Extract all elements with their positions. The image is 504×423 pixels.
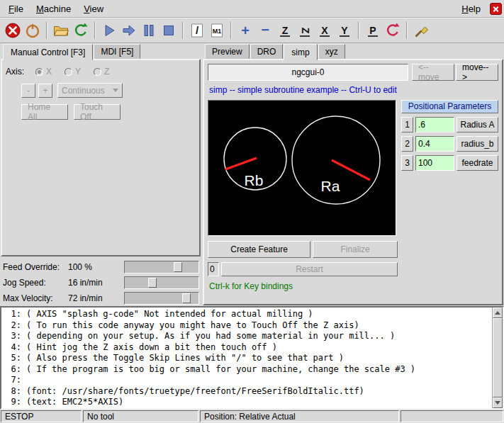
svg-text:Z: Z (300, 28, 311, 34)
move-right-button[interactable]: move--> (456, 64, 498, 81)
clear-plot-brush-icon (413, 22, 430, 39)
right-panel: Preview DRO simp xyz ngcgui-0 <--move mo… (202, 43, 504, 306)
jog-minus-button[interactable]: - (21, 84, 35, 98)
view-top-button[interactable]: Z (275, 21, 295, 40)
toggle-skip-lines-button[interactable]: / (187, 21, 207, 40)
menu-item-help[interactable]: Help (455, 2, 487, 16)
estop-icon (4, 22, 21, 39)
window-close-button[interactable] (490, 3, 502, 15)
machine-power-icon (24, 22, 41, 39)
ngcgui-frame: ngcgui-0 <--move move--> simp -- simple … (203, 59, 503, 305)
gcode-line[interactable]: 9:(text: EMC2*5*AXIS) (1, 397, 503, 408)
view-rotated-top-button[interactable]: Z (295, 21, 315, 40)
slider-handle[interactable] (148, 278, 157, 288)
step-program-button[interactable] (119, 21, 139, 40)
gcode-line[interactable]: 4:( Hint jog the Z axis down a bit then … (1, 342, 503, 354)
gcode-line[interactable]: 6:( If the program is too big or small f… (1, 364, 503, 376)
rotate-view-button[interactable] (383, 21, 403, 40)
max-velocity-label: Max Velocity: (3, 293, 68, 303)
gcode-line[interactable]: 8:(font: /usr/share/fonts/truetype/freef… (1, 386, 503, 397)
tab-preview[interactable]: Preview (205, 44, 250, 59)
param-value-input[interactable] (415, 136, 454, 152)
move-left-button[interactable]: <--move (412, 64, 454, 81)
gcode-line-number: 4: (1, 342, 21, 354)
stop-program-button[interactable] (159, 21, 179, 40)
param-value-input[interactable] (415, 117, 454, 132)
max-velocity-slider[interactable] (124, 292, 199, 305)
scroll-up-button[interactable] (493, 308, 503, 318)
open-file-button[interactable] (51, 21, 71, 40)
subroutine-description: simp -- simple subroutine example -- Ctr… (209, 85, 497, 95)
axis-radio-y[interactable]: Y (65, 67, 81, 77)
restart-button[interactable]: Restart (221, 262, 398, 276)
feed-override-value: 100 % (68, 262, 121, 272)
zoom-in-button[interactable]: + (235, 21, 255, 40)
view-front-button[interactable]: Y (335, 21, 354, 40)
slider-handle[interactable] (174, 262, 182, 272)
max-velocity-value: 72 in/min (68, 293, 121, 303)
gcode-line[interactable]: 3:( depending on your setup. As if you h… (1, 331, 503, 342)
machine-power-button[interactable] (23, 21, 43, 40)
pause-program-button[interactable] (139, 21, 159, 40)
scroll-down-button[interactable] (493, 397, 503, 408)
touch-off-button[interactable]: Touch Off (74, 104, 121, 120)
tab-simp[interactable]: simp (284, 44, 317, 60)
create-feature-button[interactable]: Create Feature (208, 241, 310, 258)
toggle-optional-stop-button[interactable]: M1 (207, 21, 227, 40)
gcode-line[interactable]: 2:( To run this code anyway you might ha… (1, 320, 503, 332)
toolbar-separator (182, 22, 184, 39)
menu-item-file[interactable]: File (2, 2, 30, 16)
tab-mdi[interactable]: MDI [F5] (94, 44, 140, 59)
optional-stop-icon: M1 (208, 22, 225, 39)
reload-icon (72, 22, 89, 39)
reload-file-button[interactable] (71, 21, 91, 40)
zoom-out-button[interactable]: − (255, 21, 275, 40)
gcode-line-text: ( Also press the Toggle Skip Lines with … (26, 353, 344, 364)
view-side-button[interactable]: X (315, 21, 335, 40)
radio-indicator (35, 68, 43, 76)
gcode-line-text: ( AXIS "splash g-code" Not intended for … (26, 309, 313, 320)
finalize-button[interactable]: Finalize (313, 241, 398, 258)
menu-item-view[interactable]: View (77, 2, 110, 16)
gcode-line-number: 2: (1, 320, 21, 332)
arrow-up-icon (495, 311, 500, 315)
status-estop: ESTOP (1, 410, 82, 422)
slider-handle[interactable] (182, 293, 191, 303)
restart-count-input[interactable] (208, 262, 219, 276)
svg-text:−: − (261, 22, 269, 38)
param-value-input[interactable] (415, 155, 454, 171)
gcode-line[interactable]: 5:( Also press the Toggle Skip Lines wit… (1, 353, 503, 364)
axis-radio-z[interactable]: Z (94, 67, 109, 77)
ngcgui-name-field[interactable]: ngcgui-0 (208, 64, 408, 81)
run-program-button[interactable] (99, 21, 119, 40)
view-perspective-icon: P (364, 22, 381, 39)
param-name: radius_b (457, 136, 498, 152)
jog-mode-select[interactable]: Continuous (57, 83, 123, 98)
view-perspective-button[interactable]: P (363, 21, 383, 40)
gcode-scrollbar[interactable] (492, 308, 503, 408)
feed-override-slider[interactable] (124, 261, 199, 273)
param-number: 2 (401, 136, 413, 152)
jog-plus-button[interactable]: + (38, 84, 52, 98)
max-velocity-row: Max Velocity: 72 in/min (0, 291, 202, 306)
estop-button[interactable] (3, 21, 23, 40)
axis-radio-x[interactable]: X (35, 67, 52, 77)
manual-control-frame: Axis: X Y Z - + (1, 59, 201, 256)
home-all-button[interactable]: Home All (21, 104, 68, 120)
tab-xyz[interactable]: xyz (318, 44, 345, 59)
param-name: feedrate (457, 155, 498, 171)
jog-speed-slider[interactable] (124, 276, 199, 289)
scrollbar-thumb[interactable] (493, 318, 503, 397)
toolbar-separator (46, 22, 47, 39)
gcode-line[interactable]: 1:( AXIS "splash g-code" Not intended fo… (1, 309, 503, 320)
gcode-line[interactable]: 7: (1, 375, 503, 386)
jog-mode-value: Continuous (62, 86, 105, 96)
radius-line-small (225, 158, 257, 169)
tab-dro[interactable]: DRO (250, 44, 284, 59)
menu-item-machine[interactable]: Machine (30, 2, 77, 16)
tab-manual-control[interactable]: Manual Control [F3] (3, 44, 93, 60)
clear-plot-button[interactable] (411, 21, 431, 40)
gcode-line-number: 7: (1, 375, 21, 386)
svg-text:P: P (369, 25, 376, 36)
toolbar: / M1 + − Z Z (0, 18, 504, 43)
